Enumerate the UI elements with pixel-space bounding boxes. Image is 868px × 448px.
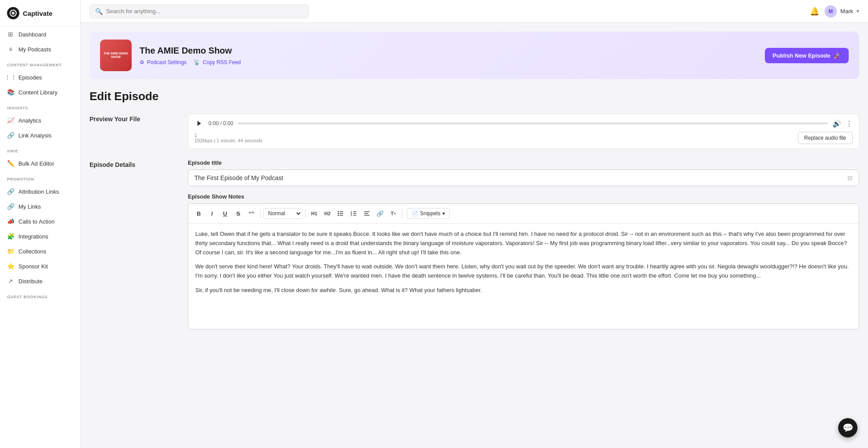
sidebar-item-analytics[interactable]: 📈 Analytics bbox=[0, 113, 80, 128]
sidebar: Captivate ⊞ Dashboard ≡ My Podcasts Cont… bbox=[0, 0, 81, 448]
svg-point-7 bbox=[338, 215, 339, 216]
strikethrough-button[interactable]: S bbox=[232, 207, 244, 220]
editor-content[interactable]: Luke, tell Owen that if he gets a transl… bbox=[188, 224, 859, 329]
audio-progress-bar[interactable] bbox=[238, 123, 828, 124]
podcast-thumb-inner: THE AMIE DEMO SHOW bbox=[100, 40, 132, 71]
toolbar-divider-3 bbox=[402, 209, 402, 218]
episode-details-content: Episode title ⊟ Episode Show Notes B I bbox=[188, 159, 859, 329]
copy-rss-link[interactable]: 📡 Copy RSS Feed bbox=[194, 59, 241, 65]
podcast-title: The AMIE Demo Show bbox=[140, 46, 757, 56]
italic-button[interactable]: I bbox=[206, 207, 218, 220]
top-nav: 🔍 🔔 M Mark ▾ bbox=[81, 0, 868, 23]
sidebar-item-dashboard[interactable]: ⊞ Dashboard bbox=[0, 27, 80, 42]
show-notes-label: Episode Show Notes bbox=[188, 193, 859, 200]
audio-player-section: 0:00 / 0:00 🔊 ⋮ 1 192kbps | 1 minute, 44… bbox=[188, 114, 859, 149]
audio-player-box: 0:00 / 0:00 🔊 ⋮ 1 192kbps | 1 minute, 44… bbox=[188, 114, 859, 149]
sidebar-item-my-podcasts[interactable]: ≡ My Podcasts bbox=[0, 42, 80, 57]
search-input[interactable] bbox=[106, 8, 303, 14]
svg-point-1 bbox=[12, 12, 14, 14]
link-button[interactable]: 🔗 bbox=[374, 207, 386, 220]
link-analysis-icon: 🔗 bbox=[7, 132, 14, 139]
search-bar[interactable]: 🔍 bbox=[90, 4, 309, 18]
sidebar-content-management: Content Management ⋮⋮ Episodes 📚 Content… bbox=[0, 57, 80, 100]
show-notes-para-1: Luke, tell Owen that if he gets a transl… bbox=[195, 230, 852, 257]
episode-title-section: Episode title ⊟ bbox=[188, 159, 859, 186]
sidebar-item-episodes[interactable]: ⋮⋮ Episodes bbox=[0, 70, 80, 85]
svg-text:3.: 3. bbox=[351, 214, 353, 217]
more-options-icon[interactable]: ⋮ bbox=[846, 119, 853, 128]
svg-marker-2 bbox=[197, 121, 201, 126]
page-title: Edit Episode bbox=[90, 90, 859, 103]
sidebar-item-distribute[interactable]: ↗ Distribute bbox=[0, 274, 80, 289]
sidebar-item-label: Episodes bbox=[18, 74, 42, 81]
sidebar-item-calls-to-action[interactable]: 📣 Calls to Action bbox=[0, 214, 80, 229]
my-links-icon: 🔗 bbox=[7, 203, 14, 210]
snippets-button[interactable]: 📄 Snippets ▾ bbox=[407, 208, 450, 219]
sponsor-icon: ⭐ bbox=[7, 263, 14, 270]
podcast-info: The AMIE Demo Show ⚙ Podcast Settings 📡 … bbox=[140, 46, 757, 65]
sidebar-item-label: Link Analysis bbox=[18, 132, 51, 139]
sidebar-top-section: ⊞ Dashboard ≡ My Podcasts bbox=[0, 27, 80, 57]
snippets-icon: 📄 bbox=[412, 210, 418, 217]
distribute-icon: ↗ bbox=[7, 278, 14, 285]
h2-button[interactable]: H2 bbox=[321, 207, 334, 220]
svg-point-5 bbox=[338, 213, 339, 214]
ordered-list-button[interactable]: 1.2.3. bbox=[348, 207, 360, 220]
analytics-icon: 📈 bbox=[7, 117, 14, 124]
unordered-list-button[interactable] bbox=[334, 207, 347, 220]
chat-bubble[interactable]: 💬 bbox=[838, 418, 857, 437]
section-label-insights: Insights bbox=[0, 100, 80, 113]
preview-label-col: Preview Your File bbox=[90, 114, 177, 149]
podcast-settings-link[interactable]: ⚙ Podcast Settings bbox=[140, 59, 187, 65]
app-logo[interactable]: Captivate bbox=[0, 0, 80, 27]
preview-row: Preview Your File 0:00 / 0:00 🔊 ⋮ bbox=[90, 114, 859, 149]
section-label-guest: Guest Bookings bbox=[0, 289, 80, 302]
replace-audio-button[interactable]: Replace audio file bbox=[798, 132, 853, 144]
align-button[interactable] bbox=[361, 207, 373, 220]
audio-time: 0:00 / 0:00 bbox=[208, 120, 233, 126]
sidebar-item-sponsor-kit[interactable]: ⭐ Sponsor Kit bbox=[0, 259, 80, 274]
volume-icon[interactable]: 🔊 bbox=[832, 119, 841, 128]
play-button[interactable] bbox=[194, 119, 204, 128]
sidebar-item-my-links[interactable]: 🔗 My Links bbox=[0, 199, 80, 214]
format-select[interactable]: Normal Heading 1 Heading 2 bbox=[263, 208, 302, 219]
rocket-icon: 🚀 bbox=[834, 52, 841, 59]
notification-bell-icon[interactable]: 🔔 bbox=[810, 7, 819, 16]
episode-details-label: Episode Details bbox=[90, 159, 177, 168]
sidebar-item-label: My Podcasts bbox=[18, 46, 51, 53]
audio-controls: 0:00 / 0:00 🔊 ⋮ bbox=[194, 119, 853, 128]
sidebar-item-label: Dashboard bbox=[18, 31, 47, 38]
h1-button[interactable]: H1 bbox=[308, 207, 320, 220]
logo-text: Captivate bbox=[23, 10, 53, 17]
sidebar-item-content-library[interactable]: 📚 Content Library bbox=[0, 85, 80, 100]
bold-button[interactable]: B bbox=[193, 207, 205, 220]
sidebar-item-bulk-ad-editor[interactable]: ✏️ Bulk Ad Editor bbox=[0, 156, 80, 171]
sidebar-insights: Insights 📈 Analytics 🔗 Link Analysis bbox=[0, 100, 80, 143]
sidebar-item-attribution-links[interactable]: 🔗 Attribution Links bbox=[0, 184, 80, 199]
title-icon: ⊟ bbox=[847, 174, 853, 181]
underline-button[interactable]: U bbox=[219, 207, 231, 220]
sidebar-item-collections[interactable]: 📁 Collections bbox=[0, 244, 80, 259]
sidebar-promotion: Promotion 🔗 Attribution Links 🔗 My Links… bbox=[0, 171, 80, 289]
audio-meta-info: 1 192kbps | 1 minute, 44 seconds bbox=[194, 133, 262, 143]
bulk-ad-icon: ✏️ bbox=[7, 160, 14, 167]
sidebar-item-label: Integrations bbox=[18, 233, 48, 240]
sidebar-item-label: Bulk Ad Editor bbox=[18, 160, 54, 167]
podcasts-icon: ≡ bbox=[7, 46, 14, 53]
toolbar-divider-1 bbox=[260, 209, 261, 218]
show-notes-para-2: We don't serve their kind here! What? Yo… bbox=[195, 262, 852, 281]
section-label-amie: AMIE bbox=[0, 143, 80, 156]
publish-new-episode-button[interactable]: Publish New Episode 🚀 bbox=[765, 48, 849, 63]
sidebar-item-link-analysis[interactable]: 🔗 Link Analysis bbox=[0, 128, 80, 143]
blockquote-button[interactable]: “” bbox=[245, 207, 258, 220]
user-menu[interactable]: M Mark ▾ bbox=[825, 5, 859, 18]
episode-details-row: Episode Details Episode title ⊟ Episode … bbox=[90, 159, 859, 329]
search-icon: 🔍 bbox=[95, 8, 103, 15]
user-name: Mark bbox=[840, 8, 853, 14]
sidebar-item-integrations[interactable]: 🧩 Integrations bbox=[0, 229, 80, 244]
episode-title-input[interactable] bbox=[194, 174, 847, 181]
episode-title-label: Episode title bbox=[188, 159, 859, 166]
sidebar-item-label: Content Library bbox=[18, 89, 57, 96]
show-notes-para-3: Sir, if you'll not be needing me, I'll c… bbox=[195, 286, 852, 295]
clear-format-button[interactable]: T× bbox=[387, 207, 399, 220]
